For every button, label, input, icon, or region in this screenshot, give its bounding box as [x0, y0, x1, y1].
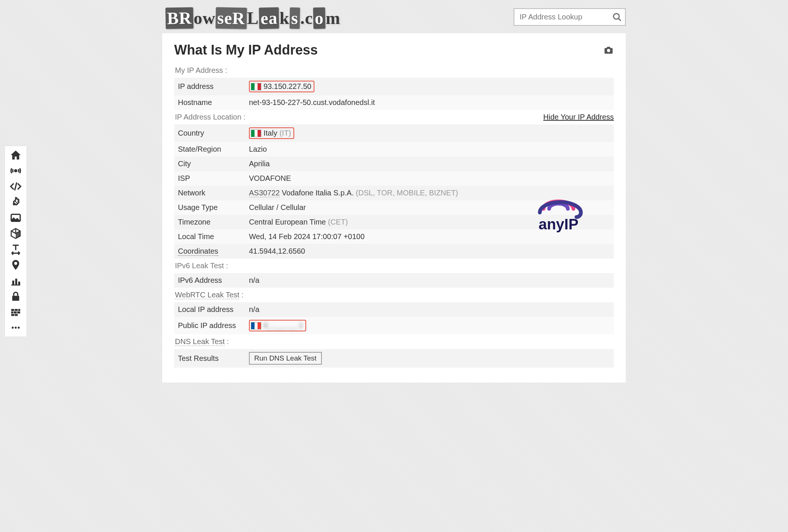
broadcast-icon[interactable]: [10, 165, 22, 177]
label-city: City: [174, 157, 245, 171]
table-row: ISP VODAFONE: [174, 171, 614, 186]
cube-icon[interactable]: [10, 228, 22, 239]
search-input[interactable]: [514, 8, 626, 26]
table-row: IP address 93.150.227.50: [174, 78, 614, 95]
content: What Is My IP Address My IP Address : IP…: [162, 33, 626, 383]
label-hostname: Hostname: [174, 95, 245, 110]
run-dns-button[interactable]: Run DNS Leak Test: [249, 352, 322, 365]
label-testresults: Test Results: [174, 349, 245, 368]
value-network-extra: (DSL, TOR, MOBILE, BIZNET): [356, 189, 458, 197]
search-icon[interactable]: [612, 12, 622, 22]
value-isp: VODAFONE: [245, 171, 614, 186]
svg-rect-3: [11, 309, 14, 311]
table-row: Test Results Run DNS Leak Test: [174, 349, 614, 368]
label-usage: Usage Type: [174, 200, 245, 215]
table-row: City Aprilia: [174, 157, 614, 171]
more-icon[interactable]: [10, 322, 22, 334]
table-row: Coordinates 41.5944,12.6560: [174, 244, 614, 259]
firewall-icon[interactable]: [10, 306, 22, 318]
location-pin-icon[interactable]: [10, 259, 22, 271]
image-icon[interactable]: [10, 212, 22, 224]
table-ipv6: IPv6 Address n/a: [174, 273, 614, 288]
value-hostname: net-93-150-227-50.cust.vodafonedsl.it: [245, 95, 614, 110]
table-row: Local IP address n/a: [174, 302, 614, 317]
section-dns: DNS Leak Test :: [174, 334, 614, 349]
hide-ip-link[interactable]: Hide Your IP Address: [543, 113, 614, 121]
site-logo[interactable]: BRowseRLeaks.com: [162, 7, 341, 29]
webrtc-link[interactable]: WebRTC Leak Test: [175, 291, 239, 299]
label-timezone: Timezone: [174, 215, 245, 229]
value-state: Lazio: [245, 142, 614, 157]
svg-point-0: [15, 170, 16, 171]
flag-it-icon: [251, 130, 261, 137]
label-publicip: Public IP address: [174, 317, 245, 334]
value-ip-address: 93.150.227.50: [264, 82, 311, 91]
value-ipv6addr: n/a: [245, 273, 614, 288]
code-icon[interactable]: [10, 180, 22, 192]
country-box: Italy (IT): [249, 127, 294, 139]
value-country-code: (IT): [280, 129, 291, 137]
table-my-ip: IP address 93.150.227.50 Hostname net-93…: [174, 78, 614, 110]
svg-rect-4: [15, 309, 18, 311]
svg-rect-2: [12, 296, 19, 301]
value-network-name: Vodafone Italia S.p.A.: [280, 189, 355, 197]
value-localip: n/a: [245, 302, 614, 317]
svg-point-11: [12, 327, 13, 328]
bar-chart-icon[interactable]: [10, 275, 22, 287]
svg-rect-6: [11, 312, 13, 313]
home-icon[interactable]: [10, 149, 22, 161]
header: BRowseRLeaks.com: [162, 0, 626, 33]
label-coords[interactable]: Coordinates: [178, 247, 218, 256]
table-row: IPv6 Address n/a: [174, 273, 614, 288]
flag-it-icon: [251, 83, 261, 90]
publicip-box: 8_.___.__.1: [249, 320, 306, 331]
label-network: Network: [174, 186, 245, 200]
table-row: State/Region Lazio: [174, 142, 614, 157]
label-localip: Local IP address: [174, 302, 245, 317]
network-asn-link[interactable]: AS30722: [249, 189, 280, 197]
value-coords: 41.5944,12.6560: [245, 244, 614, 259]
section-location: IP Address Location :: [174, 110, 246, 124]
svg-point-12: [15, 327, 16, 328]
label-localtime: Local Time: [174, 229, 245, 244]
svg-text:anyIP: anyIP: [539, 216, 579, 232]
sidebar: [4, 146, 27, 337]
svg-rect-8: [17, 312, 20, 313]
label-ip-address: IP address: [174, 78, 245, 95]
search-wrap: [514, 8, 626, 26]
table-row: Country Italy (IT): [174, 124, 614, 142]
dns-link[interactable]: DNS Leak Test: [175, 337, 225, 346]
flag-fr-icon: [251, 322, 261, 330]
page-title: What Is My IP Address: [174, 42, 318, 58]
svg-point-15: [607, 49, 610, 52]
section-webrtc: WebRTC Leak Test :: [174, 288, 614, 302]
value-country: Italy: [264, 129, 277, 137]
table-row: Hostname net-93-150-227-50.cust.vodafone…: [174, 95, 614, 110]
text-width-icon[interactable]: [10, 243, 22, 255]
value-city: Aprilia: [245, 157, 614, 171]
value-publicip: 8_.___.__.1: [264, 321, 303, 330]
anyip-ad-logo[interactable]: anyIP: [521, 194, 596, 239]
svg-point-14: [613, 13, 619, 19]
section-ipv6: IPv6 Leak Test :: [174, 259, 614, 273]
svg-rect-10: [15, 314, 18, 316]
value-timezone: Central European Time: [249, 218, 328, 226]
flower-icon[interactable]: [10, 196, 22, 208]
table-dns: Test Results Run DNS Leak Test: [174, 349, 614, 368]
svg-point-13: [18, 327, 19, 328]
label-isp: ISP: [174, 171, 245, 186]
value-timezone-code: (CET): [328, 218, 348, 226]
svg-rect-7: [14, 312, 17, 313]
label-state: State/Region: [174, 142, 245, 157]
label-country: Country: [174, 124, 245, 142]
section-my-ip: My IP Address :: [174, 63, 614, 78]
lock-icon[interactable]: [10, 290, 22, 302]
svg-rect-5: [18, 309, 20, 311]
camera-icon[interactable]: [603, 45, 614, 55]
svg-rect-9: [11, 314, 14, 316]
table-row: Public IP address 8_.___.__.1: [174, 317, 614, 334]
table-webrtc: Local IP address n/a Public IP address 8…: [174, 302, 614, 334]
ip-address-box: 93.150.227.50: [249, 81, 314, 92]
label-ipv6addr: IPv6 Address: [174, 273, 245, 288]
